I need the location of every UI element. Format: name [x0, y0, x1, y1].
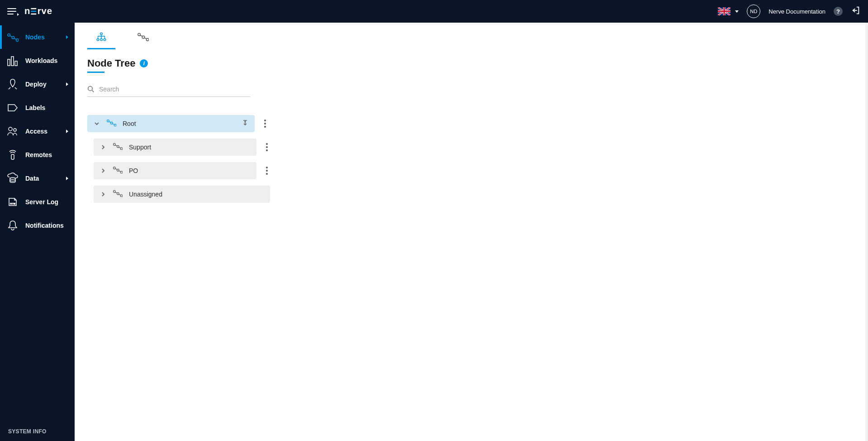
sidebar-item-serverlog[interactable]: LOG Server Log — [0, 190, 75, 214]
tab-tree-view[interactable] — [87, 29, 115, 49]
language-caret-icon[interactable] — [735, 10, 739, 13]
svg-point-21 — [100, 38, 103, 41]
chevron-right-icon[interactable] — [100, 168, 106, 174]
search-box[interactable] — [87, 84, 250, 97]
svg-line-27 — [92, 90, 94, 92]
node-label: Unassigned — [129, 191, 264, 198]
svg-text:LOG: LOG — [10, 203, 14, 205]
info-icon[interactable]: i — [140, 59, 148, 67]
deploy-icon — [6, 78, 19, 91]
workloads-icon — [6, 54, 19, 67]
sidebar-item-workloads[interactable]: Workloads — [0, 49, 75, 72]
svg-rect-11 — [11, 57, 14, 66]
svg-text:rve: rve — [38, 6, 52, 16]
svg-text:n: n — [24, 6, 30, 16]
page-title: Node Tree — [87, 58, 135, 69]
node-label: Root — [123, 120, 236, 127]
logout-icon[interactable] — [851, 5, 861, 17]
svg-point-22 — [104, 38, 106, 41]
sidebar-item-data[interactable]: Data — [0, 167, 75, 190]
node-tree: Root — [75, 101, 868, 216]
svg-rect-15 — [11, 154, 14, 159]
sidebar-item-label: Deploy — [25, 81, 60, 88]
tree-node-child[interactable]: Unassigned — [94, 186, 270, 203]
svg-point-20 — [97, 38, 99, 41]
sidebar-item-label: Server Log — [25, 198, 68, 206]
main-content: Node Tree i — [75, 23, 868, 441]
nodes-icon — [6, 31, 19, 43]
labels-icon — [6, 101, 19, 114]
sidebar-item-label: Nodes — [25, 34, 60, 41]
chevron-right-icon — [66, 129, 68, 133]
sort-icon[interactable] — [242, 120, 248, 128]
serverlog-icon: LOG — [6, 196, 19, 208]
chevron-right-icon — [66, 82, 68, 86]
sidebar-item-nodes[interactable]: Nodes — [0, 25, 75, 49]
node-icon — [113, 166, 123, 175]
sidebar-footer-systeminfo[interactable]: SYSTEM INFO — [0, 422, 75, 441]
chevron-right-icon[interactable] — [100, 191, 106, 197]
data-icon — [6, 172, 19, 185]
help-icon[interactable]: ? — [834, 7, 843, 16]
tree-node-child[interactable]: Support — [94, 139, 256, 156]
svg-point-26 — [88, 86, 93, 91]
chevron-right-icon[interactable] — [100, 144, 106, 150]
svg-point-19 — [100, 33, 103, 35]
sidebar-item-label: Labels — [25, 104, 68, 111]
sidebar-item-label: Remotes — [25, 151, 68, 158]
tree-node-root[interactable]: Root — [87, 115, 255, 132]
search-icon — [87, 86, 95, 93]
user-avatar[interactable]: ND — [747, 5, 760, 18]
node-label: Support — [129, 144, 250, 151]
tree-node-child[interactable]: PO — [94, 162, 256, 179]
sidebar-item-label: Data — [25, 175, 60, 182]
chevron-down-icon[interactable] — [94, 120, 100, 127]
language-flag-button[interactable] — [718, 7, 730, 15]
kebab-menu-child[interactable] — [263, 143, 271, 151]
svg-point-14 — [14, 129, 16, 131]
sidebar-item-access[interactable]: Access — [0, 120, 75, 143]
remotes-icon — [6, 149, 19, 161]
sidebar-item-deploy[interactable]: Deploy — [0, 72, 75, 96]
app-header: n rve ND — [0, 0, 868, 23]
sidebar-item-remotes[interactable]: Remotes — [0, 143, 75, 167]
tab-node-view[interactable] — [129, 29, 157, 49]
chevron-right-icon — [66, 177, 68, 180]
svg-rect-12 — [15, 61, 17, 66]
svg-point-13 — [9, 127, 12, 131]
chevron-right-icon — [66, 35, 68, 39]
kebab-menu-root[interactable] — [261, 120, 269, 128]
svg-point-16 — [10, 177, 15, 179]
search-input[interactable] — [99, 86, 250, 93]
sidebar-item-label: Notifications — [25, 222, 68, 229]
sidebar-item-label: Workloads — [25, 57, 68, 64]
sidebar-item-labels[interactable]: Labels — [0, 96, 75, 120]
kebab-menu-child[interactable] — [263, 167, 271, 175]
node-icon — [106, 119, 116, 128]
sidebar-item-notifications[interactable]: Notifications — [0, 214, 75, 237]
user-name-label: Nerve Documentation — [768, 8, 825, 15]
svg-rect-10 — [8, 59, 10, 66]
node-label: PO — [129, 167, 250, 174]
node-icon — [113, 143, 123, 152]
node-icon — [113, 190, 123, 199]
sidebar: Nodes Workloads Deploy — [0, 23, 75, 441]
access-icon — [6, 125, 19, 138]
notifications-icon — [6, 219, 19, 232]
brand-logo: n rve — [24, 6, 71, 16]
user-initials: ND — [750, 9, 757, 14]
menu-toggle-button[interactable] — [7, 6, 18, 17]
sidebar-item-label: Access — [25, 128, 60, 135]
tabs — [75, 23, 868, 49]
